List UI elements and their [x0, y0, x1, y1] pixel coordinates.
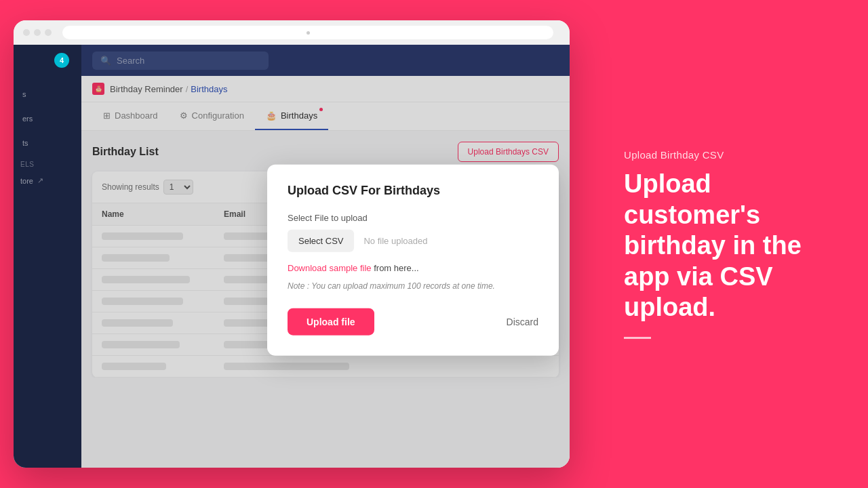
download-suffix: from here...: [372, 263, 419, 273]
browser-top-bar: [14, 20, 570, 45]
download-sample-link[interactable]: Download sample file: [288, 263, 372, 273]
right-panel-divider: [624, 337, 651, 339]
sidebar-badge: 4: [54, 53, 69, 68]
sidebar-action-store[interactable]: tore ↗: [14, 171, 81, 190]
no-file-text: No file uploaded: [363, 236, 427, 246]
sidebar-item-ers[interactable]: ers: [14, 106, 81, 131]
sidebar-item-s[interactable]: s: [14, 82, 81, 106]
external-link-icon: ↗: [37, 176, 43, 185]
modal-section-label: Select File to upload: [288, 213, 538, 223]
upload-csv-modal: Upload CSV For Birthdays Select File to …: [267, 165, 559, 356]
sidebar: 4 s ers ts ELS tore ↗: [14, 45, 81, 468]
app-layout: 4 s ers ts ELS tore ↗ 🔍 Search: [14, 45, 570, 468]
right-panel: Upload Birthday CSV Upload customer's bi…: [624, 149, 827, 339]
sidebar-section-els: ELS: [14, 155, 81, 171]
modal-actions: Upload file Discard: [288, 308, 538, 336]
browser-card: 4 s ers ts ELS tore ↗ 🔍 Search: [14, 20, 570, 468]
browser-dot-yellow: [34, 29, 41, 36]
right-panel-subtitle: Upload Birthday CSV: [624, 149, 827, 161]
discard-button[interactable]: Discard: [507, 317, 538, 327]
address-dot: [307, 31, 310, 35]
file-select-row: Select CSV No file uploaded: [288, 230, 538, 252]
main-content: 🔍 Search 🎂 Birthday Reminder / Birthdays…: [81, 45, 570, 468]
download-sample-row: Download sample file from here...: [288, 263, 538, 273]
select-csv-button[interactable]: Select CSV: [288, 230, 354, 252]
sidebar-nav: s ers ts ELS tore ↗: [14, 82, 81, 190]
right-panel-title: Upload customer's birthday in the app vi…: [624, 169, 827, 323]
sidebar-store-label: tore: [20, 177, 33, 185]
sidebar-item-ts[interactable]: ts: [14, 131, 81, 155]
browser-address-bar: [62, 26, 553, 39]
browser-dot-green: [45, 29, 52, 36]
browser-dot-red: [23, 29, 30, 36]
note-text: Note : You can upload maximum 100 record…: [288, 281, 538, 291]
modal-title: Upload CSV For Birthdays: [288, 184, 538, 198]
upload-file-button[interactable]: Upload file: [288, 308, 374, 336]
